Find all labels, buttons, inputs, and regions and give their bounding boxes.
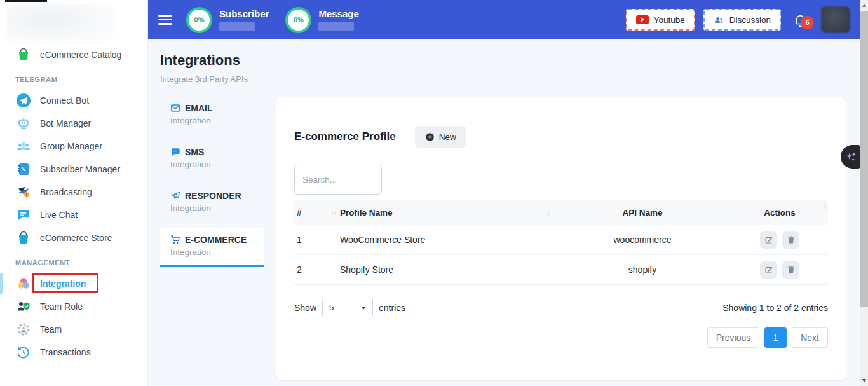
subscriber-progress-ring: 0% <box>186 7 212 33</box>
sidebar: eCommerce Catalog TELEGRAM Connect Bot B… <box>0 0 148 386</box>
search-input[interactable] <box>294 165 382 195</box>
menu-toggle-icon[interactable] <box>158 12 172 27</box>
trash-icon <box>787 235 796 244</box>
sidebar-item-label: Subscriber Manager <box>40 164 120 174</box>
cell-profile-name: Shopify Store <box>340 265 553 275</box>
scrollbar-thumb[interactable] <box>860 11 868 307</box>
plus-circle-icon <box>425 132 435 142</box>
tab-label: RESPONDER <box>185 191 241 201</box>
tab-ecommerce-integration[interactable]: E-COMMERCE Integration <box>160 228 264 267</box>
sidebar-item-transactions[interactable]: Transactions <box>0 341 147 364</box>
cell-profile-name: WooCommerce Store <box>340 235 553 245</box>
group-icon <box>15 138 32 155</box>
sidebar-item-label: eCommerce Store <box>40 233 112 243</box>
history-clock-icon <box>15 344 32 361</box>
sidebar-item-label: Broadcasting <box>40 187 92 197</box>
sidebar-item-label: Bot Manager <box>40 118 91 128</box>
delete-button[interactable] <box>782 261 799 279</box>
profiles-table: #↑↓ Profile Name↑↓ API Name Actions↑↓ 1 … <box>294 200 828 285</box>
cart-icon <box>170 235 180 245</box>
notifications-button[interactable]: 6 <box>793 13 808 27</box>
col-header-actions: Actions <box>764 208 796 217</box>
cell-num: 1 <box>294 235 340 245</box>
sort-icon[interactable]: ↑↓ <box>545 209 550 216</box>
entries-label: entries <box>379 303 405 313</box>
discussion-button-label: Discussion <box>729 15 771 25</box>
tab-sublabel: Integration <box>170 116 254 125</box>
trash-icon <box>787 265 796 274</box>
discussion-button[interactable]: Discussion <box>703 9 781 31</box>
delete-button[interactable] <box>782 231 799 249</box>
page-size-select[interactable]: 5 <box>322 298 373 317</box>
table-row: 1 WooCommerce Store woocommerce <box>294 225 828 255</box>
next-page-button[interactable]: Next <box>792 327 828 348</box>
scroll-up-arrow-icon[interactable] <box>862 4 866 7</box>
logo-mark <box>5 0 47 2</box>
sidebar-item-team[interactable]: Team <box>0 318 147 341</box>
cell-api-name: woocommerce <box>553 235 731 245</box>
tab-responder-integration[interactable]: RESPONDER Integration <box>160 184 264 220</box>
page-title: Integrations <box>160 52 846 69</box>
tab-label: EMAIL <box>185 103 213 113</box>
tab-sms-integration[interactable]: SMS Integration <box>160 141 264 176</box>
sidebar-item-ecommerce-store[interactable]: eCommerce Store <box>0 226 147 249</box>
show-label: Show <box>294 303 316 313</box>
sidebar-section-management: MANAGEMENT <box>0 249 147 272</box>
envelope-icon <box>170 103 180 113</box>
sidebar-item-live-chat[interactable]: Live Chat <box>0 203 147 226</box>
shield-person-icon <box>15 298 32 315</box>
sidebar-item-label: Group Manager <box>40 141 102 151</box>
integration-circles-icon <box>15 275 32 292</box>
sidebar-section-telegram: TELEGRAM <box>0 66 147 89</box>
page-1-button[interactable]: 1 <box>764 327 787 348</box>
edit-icon <box>764 235 773 244</box>
users-icon <box>714 15 724 25</box>
avatar[interactable] <box>821 6 850 33</box>
page-subtitle: Integrate 3rd Party APIs <box>160 74 846 84</box>
sidebar-item-bot-manager[interactable]: Bot Manager <box>0 112 147 135</box>
tab-label: SMS <box>185 147 204 157</box>
sidebar-item-subscriber-manager[interactable]: Subscriber Manager <box>0 158 147 181</box>
new-profile-button[interactable]: New <box>415 126 466 148</box>
sidebar-item-label: Team <box>40 324 62 334</box>
contact-book-icon <box>15 161 32 177</box>
chat-bubble-icon <box>15 207 32 223</box>
previous-page-button[interactable]: Previous <box>707 327 759 348</box>
col-header-api: API Name <box>622 208 662 217</box>
sidebar-item-team-role[interactable]: Team Role <box>0 295 147 318</box>
youtube-icon <box>636 15 649 24</box>
scroll-down-arrow-icon[interactable] <box>862 379 866 382</box>
robot-icon <box>15 115 32 132</box>
new-button-label: New <box>439 132 456 142</box>
sidebar-item-label: Connect Bot <box>40 95 89 106</box>
youtube-button[interactable]: Youtube <box>626 9 695 31</box>
broadcast-icon <box>15 184 32 200</box>
sidebar-item-group-manager[interactable]: Group Manager <box>0 135 147 158</box>
active-indicator-bar <box>0 273 3 294</box>
message-stat: 0% Message <box>285 7 358 33</box>
sidebar-item-integration[interactable]: Integration <box>0 272 147 295</box>
sidebar-item-ecommerce-catalog[interactable]: eCommerce Catalog <box>0 43 147 66</box>
logo-placeholder <box>6 4 114 43</box>
col-header-profile: Profile Name <box>340 208 393 217</box>
message-stat-label: Message <box>318 8 358 19</box>
vertical-scrollbar[interactable] <box>860 0 868 386</box>
table-header-row: #↑↓ Profile Name↑↓ API Name Actions↑↓ <box>294 200 828 225</box>
paper-plane-icon <box>170 191 180 201</box>
sidebar-item-broadcasting[interactable]: Broadcasting <box>0 181 147 203</box>
col-header-num: # <box>297 208 302 217</box>
pagination: Previous 1 Next <box>294 327 828 348</box>
sidebar-item-label: eCommerce Catalog <box>40 50 121 60</box>
tab-email-integration[interactable]: EMAIL Integration <box>160 97 264 132</box>
sort-icon[interactable]: ↑↓ <box>823 203 828 210</box>
sort-icon[interactable]: ↑↓ <box>331 209 336 216</box>
tab-sublabel: Integration <box>170 247 254 257</box>
edit-button[interactable] <box>760 261 777 279</box>
chevron-down-icon <box>361 307 366 310</box>
cell-num: 2 <box>294 265 340 275</box>
subscriber-stat-value-redacted <box>219 22 255 31</box>
edit-button[interactable] <box>760 231 777 249</box>
ai-assistant-button[interactable] <box>841 145 860 169</box>
card-title: E-commerce Profile <box>294 130 396 143</box>
sidebar-item-connect-bot[interactable]: Connect Bot <box>0 89 147 112</box>
